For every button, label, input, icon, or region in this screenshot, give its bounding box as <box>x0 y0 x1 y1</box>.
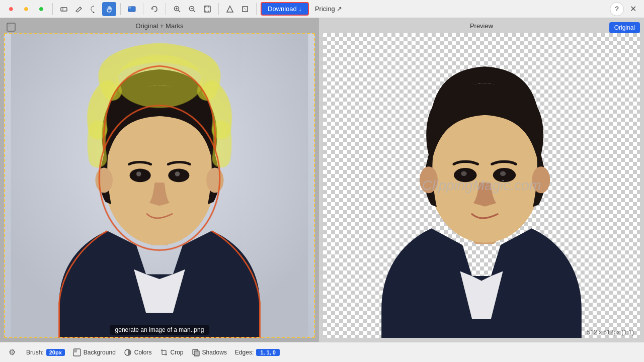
shadows-label: Shadows <box>202 349 227 356</box>
bottom-toolbar: ⚙ Brush: 20px Background Colors Crop Sha… <box>0 342 644 362</box>
colors-label: Colors <box>134 349 152 356</box>
crop-label: Crop <box>171 349 184 356</box>
draw-tools <box>57 2 116 16</box>
fit-btn[interactable] <box>200 2 214 16</box>
undo-icon <box>150 5 158 13</box>
svg-line-10 <box>194 10 196 12</box>
svg-marker-17 <box>227 6 233 12</box>
fit-icon <box>203 5 211 13</box>
image-thumbnail-icon <box>6 22 16 34</box>
edges-control: Edges: 1, 1, 0 <box>235 349 280 356</box>
svg-rect-42 <box>73 349 77 352</box>
select-rect-icon <box>127 5 136 14</box>
background-icon <box>73 348 81 356</box>
zoom-out-btn[interactable] <box>185 2 199 16</box>
edges-label: Edges: <box>235 349 254 356</box>
pencil-icon <box>75 5 83 13</box>
right-panel[interactable]: Preview Original <box>319 18 644 342</box>
gear-icon: ⚙ <box>9 347 16 357</box>
zoom-in-btn[interactable] <box>170 2 184 16</box>
svg-rect-49 <box>194 351 199 356</box>
undo-btn[interactable] <box>147 2 162 16</box>
download-button[interactable]: Download ↓ <box>261 2 309 16</box>
preview-panel-title: Preview <box>470 22 493 30</box>
svg-point-31 <box>116 55 203 108</box>
person-original-svg <box>4 33 315 338</box>
triangle-icon <box>226 5 234 13</box>
settings-gear-btn[interactable]: ⚙ <box>6 346 18 358</box>
edges-value-badge[interactable]: 1, 1, 0 <box>256 349 280 356</box>
svg-point-29 <box>136 171 141 176</box>
svg-point-35 <box>420 166 438 193</box>
traffic-lights: ● ● ● <box>4 2 48 16</box>
separator-5 <box>218 3 219 15</box>
maximize-traffic-btn[interactable]: ● <box>34 2 48 16</box>
preview-image-container: ClippingMagic.com <box>323 33 640 338</box>
colors-tool[interactable]: Colors <box>124 348 152 356</box>
svg-point-26 <box>206 168 224 193</box>
main-area: Original + Marks <box>0 18 644 342</box>
image-size-label: 512 x 512px (1:1) <box>587 329 634 336</box>
filename-label: generate an image of a man..png <box>110 325 209 335</box>
close-traffic-btn[interactable]: ● <box>4 2 18 16</box>
history-tools <box>147 2 162 16</box>
hand-tool-btn[interactable] <box>102 2 116 16</box>
zoom-tools <box>170 2 214 16</box>
svg-rect-4 <box>128 7 131 9</box>
lasso-tool-btn[interactable] <box>87 2 101 16</box>
svg-point-36 <box>532 166 550 193</box>
svg-point-25 <box>95 168 113 193</box>
svg-line-6 <box>179 10 181 12</box>
svg-point-40 <box>500 171 506 176</box>
top-toolbar: ● ● ● <box>0 0 644 18</box>
person-preview-svg <box>323 33 640 338</box>
triangle-shape-btn[interactable] <box>223 2 237 16</box>
svg-rect-21 <box>8 24 11 27</box>
shadows-tool[interactable]: Shadows <box>192 348 227 356</box>
separator-3 <box>143 3 143 15</box>
zoom-out-icon <box>188 5 196 13</box>
window-close-button[interactable]: ✕ <box>626 2 640 16</box>
select-rect-btn[interactable] <box>125 2 139 16</box>
background-tool[interactable]: Background <box>73 348 116 356</box>
left-panel[interactable]: Original + Marks <box>0 18 319 342</box>
colors-icon <box>124 348 132 356</box>
select-tools <box>125 2 139 16</box>
background-label: Background <box>84 349 116 356</box>
brush-control: Brush: 20px <box>26 349 65 356</box>
pencil-tool-btn[interactable] <box>72 2 86 16</box>
svg-rect-0 <box>61 8 67 11</box>
minimize-traffic-btn[interactable]: ● <box>19 2 33 16</box>
square-icon <box>241 5 249 13</box>
pricing-button[interactable]: Pricing ↗ <box>311 3 346 15</box>
original-button[interactable]: Original <box>609 22 640 33</box>
erase-icon <box>60 5 68 13</box>
svg-line-19 <box>243 7 248 12</box>
crop-icon <box>160 348 168 356</box>
separator-6 <box>256 3 257 15</box>
brush-size-badge[interactable]: 20px <box>46 349 65 356</box>
brush-label: Brush: <box>26 349 44 356</box>
help-button[interactable]: ? <box>610 2 624 16</box>
shadows-icon <box>192 348 200 356</box>
svg-point-30 <box>175 171 180 176</box>
lasso-icon <box>90 5 98 13</box>
erase-tool-btn[interactable] <box>57 2 71 16</box>
separator-1 <box>52 3 53 15</box>
left-panel-title: Original + Marks <box>136 22 184 30</box>
hand-icon <box>105 5 113 13</box>
original-image-container[interactable] <box>4 33 315 338</box>
svg-rect-12 <box>204 6 210 12</box>
square-shape-btn[interactable] <box>238 2 252 16</box>
separator-2 <box>120 3 121 15</box>
separator-4 <box>166 3 166 15</box>
crop-tool[interactable]: Crop <box>160 348 184 356</box>
svg-point-39 <box>461 171 466 176</box>
zoom-in-icon <box>173 5 181 13</box>
shape-tools <box>223 2 252 16</box>
